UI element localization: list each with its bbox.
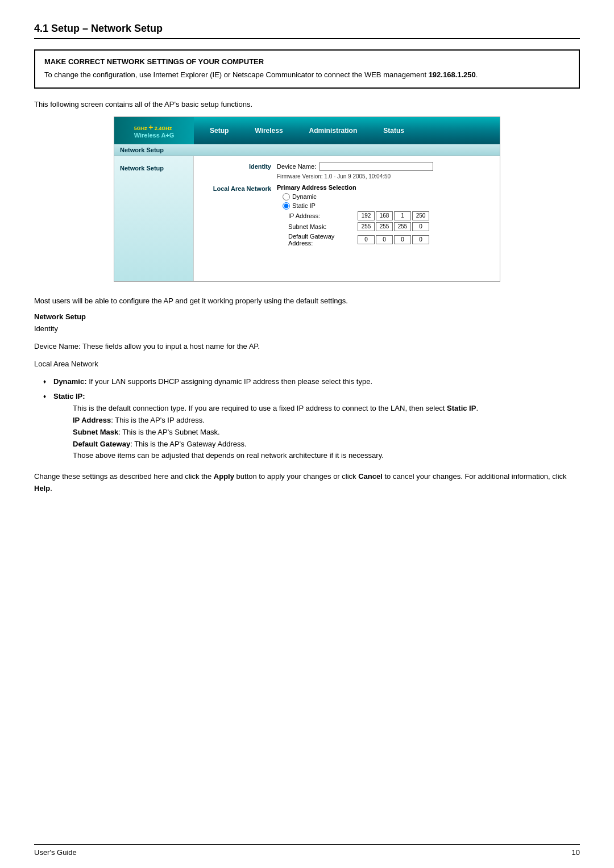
nav-status[interactable]: Status [379,124,409,137]
lan-row: Local Area Network Primary Address Selec… [203,184,491,248]
lan-label: Local Area Network [203,184,277,192]
bullet-list: Dynamic: If your LAN supports DHCP assig… [45,376,580,462]
identity-heading: Identity [34,323,580,335]
lan-heading-text: Local Area Network [34,358,580,370]
nav-wireless[interactable]: Wireless [250,124,287,137]
static-desc-block: This is the default connection type. If … [73,403,580,462]
ip1-input[interactable] [358,211,375,220]
ip3-input[interactable] [394,211,411,220]
page-title: 4.1 Setup – Network Setup [34,23,580,39]
adjust-text: Those above items can be adjusted that d… [73,451,384,460]
device-name-label: Device Name: [277,163,316,170]
router-sub-header: Network Setup [114,144,500,156]
subnet-row: Subnet Mask: [288,222,491,231]
sm3-input[interactable] [394,222,411,231]
subnet-label: Subnet Mask: [288,223,356,230]
nav-setup[interactable]: Setup [205,124,233,137]
ip2-input[interactable] [376,211,393,220]
router-sidebar: Network Setup [114,156,194,281]
warning-ip: 192.168.1.250 [429,70,476,79]
warning-body: To change the configuration, use Interne… [44,70,426,79]
sm1-input[interactable] [358,222,375,231]
router-nav: Setup Wireless Administration Status [194,117,500,144]
dynamic-radio-row: Dynamic [283,193,491,201]
ip-address-line: IP Address: This is the AP's IP address. [73,416,205,424]
identity-label: Identity [203,162,277,170]
gw4-input[interactable] [412,235,429,244]
dynamic-desc: If your LAN supports DHCP assigning dyna… [89,377,372,386]
help-bold: Help [34,484,50,493]
static-radio[interactable] [283,202,290,210]
warning-box: MAKE CORRECT NETWORK SETTINGS OF YOUR CO… [34,49,580,89]
warning-text: To change the configuration, use Interne… [44,69,570,81]
identity-field-area: Device Name: Firmware Version: 1.0 - Jun… [277,162,491,180]
static-bold: Static IP: [53,392,85,400]
identity-row: Identity Device Name: Firmware Version: … [203,162,491,180]
dynamic-label: Dynamic [292,193,317,200]
sidebar-network-setup[interactable]: Network Setup [114,162,193,174]
gw3-input[interactable] [394,235,411,244]
router-panel: 5GHz + 2.4GHz Wireless A+G Setup Wireles… [114,116,500,282]
gateway-row: Default Gateway Address: [288,233,491,247]
nav-administration[interactable]: Administration [305,124,362,137]
ip4-input[interactable] [412,211,429,220]
final-text: Change these settings as described here … [34,471,580,495]
primary-address-label: Primary Address Selection [277,184,491,191]
warning-title: MAKE CORRECT NETWORK SETTINGS OF YOUR CO… [44,57,570,66]
footer-right: 10 [572,848,580,857]
gw2-input[interactable] [376,235,393,244]
ip-address-label: IP Address: [288,212,356,219]
static-radio-row: Static IP [283,202,491,210]
logo-brand: 5GHz + 2.4GHz [134,123,175,132]
cancel-bold: Cancel [358,472,383,481]
lan-field-area: Primary Address Selection Dynamic Static… [277,184,491,248]
dynamic-radio[interactable] [283,193,290,201]
footer-left: User's Guide [34,848,77,857]
network-setup-heading: Network Setup [34,312,580,321]
static-desc: This is the default connection type. If … [73,404,445,412]
apply-bold: Apply [214,472,234,481]
gateway-line: Default Gateway: This is the AP's Gatewa… [73,440,247,448]
router-header: 5GHz + 2.4GHz Wireless A+G Setup Wireles… [114,117,500,144]
logo-model: Wireless A+G [134,132,175,139]
dynamic-bold: Dynamic: [53,377,87,386]
sm2-input[interactable] [376,222,393,231]
intro-text: This following screen contains all of th… [34,100,580,108]
gateway-label: Default Gateway Address: [288,233,356,247]
router-body: Network Setup Identity Device Name: Firm… [114,156,500,281]
dynamic-item: Dynamic: If your LAN supports DHCP assig… [45,376,580,388]
subnet-line: Subnet Mask: This is the AP's Subnet Mas… [73,428,220,436]
device-name-input[interactable] [320,162,433,171]
firmware-text: Firmware Version: 1.0 - Jun 9 2005, 10:0… [277,173,491,180]
ip-section: IP Address: Subnet Mask: [288,211,491,247]
static-item: Static IP: This is the default connectio… [45,391,580,462]
router-logo: 5GHz + 2.4GHz Wireless A+G [114,117,194,144]
static-bold-ref: Static IP [447,404,476,412]
static-label: Static IP [292,202,316,209]
sm4-input[interactable] [412,222,429,231]
page-footer: User's Guide 10 [34,844,580,857]
router-content: Identity Device Name: Firmware Version: … [194,156,500,281]
most-users-text: Most users will be able to configure the… [34,295,580,307]
ip-address-row: IP Address: [288,211,491,220]
gw1-input[interactable] [358,235,375,244]
device-name-desc: Device Name: These fields allow you to i… [34,341,580,353]
